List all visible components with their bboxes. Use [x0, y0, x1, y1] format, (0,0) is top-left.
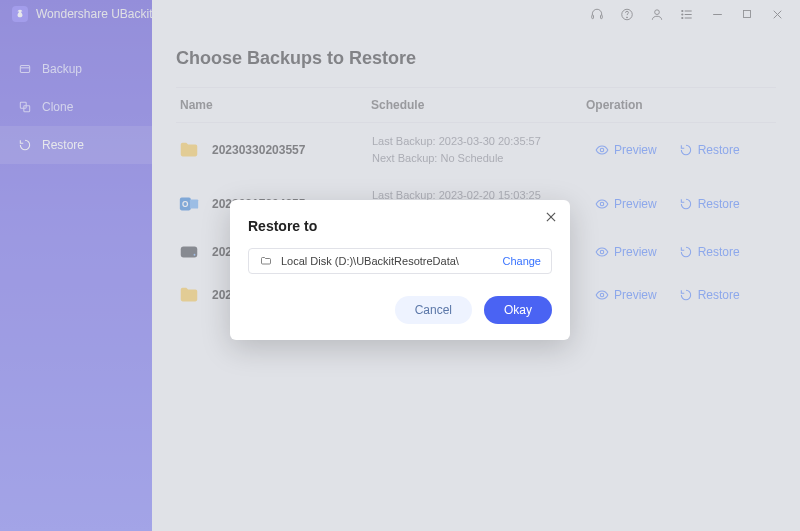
- cancel-button[interactable]: Cancel: [395, 296, 472, 324]
- folder-mini-icon: [259, 255, 273, 267]
- restore-path-value: Local Disk (D:)\UBackitResotreData\: [281, 255, 459, 267]
- restore-path-field[interactable]: Local Disk (D:)\UBackitResotreData\ Chan…: [248, 248, 552, 274]
- restore-to-dialog: Restore to Local Disk (D:)\UBackitResotr…: [230, 200, 570, 340]
- dialog-actions: Cancel Okay: [248, 296, 552, 324]
- okay-button[interactable]: Okay: [484, 296, 552, 324]
- change-path-link[interactable]: Change: [502, 255, 541, 267]
- modal-overlay: Restore to Local Disk (D:)\UBackitResotr…: [0, 0, 800, 531]
- dialog-close-icon[interactable]: [544, 210, 558, 228]
- dialog-title: Restore to: [248, 218, 552, 234]
